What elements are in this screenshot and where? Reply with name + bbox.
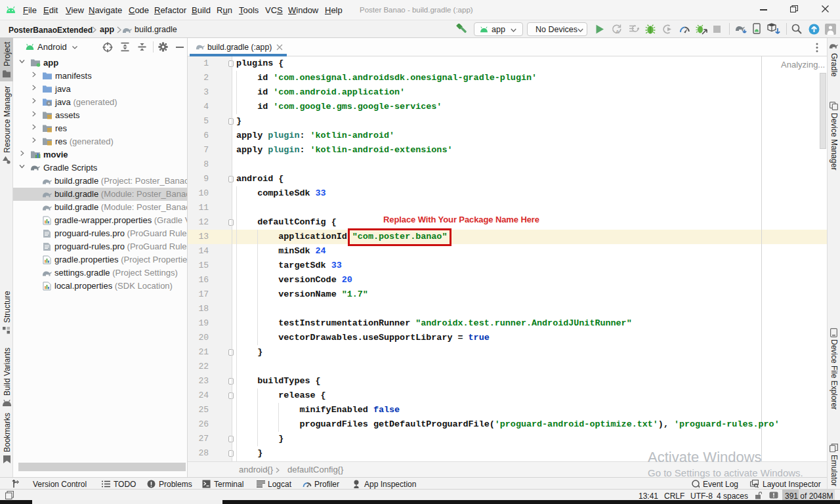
svg-text:A: A <box>616 29 620 35</box>
